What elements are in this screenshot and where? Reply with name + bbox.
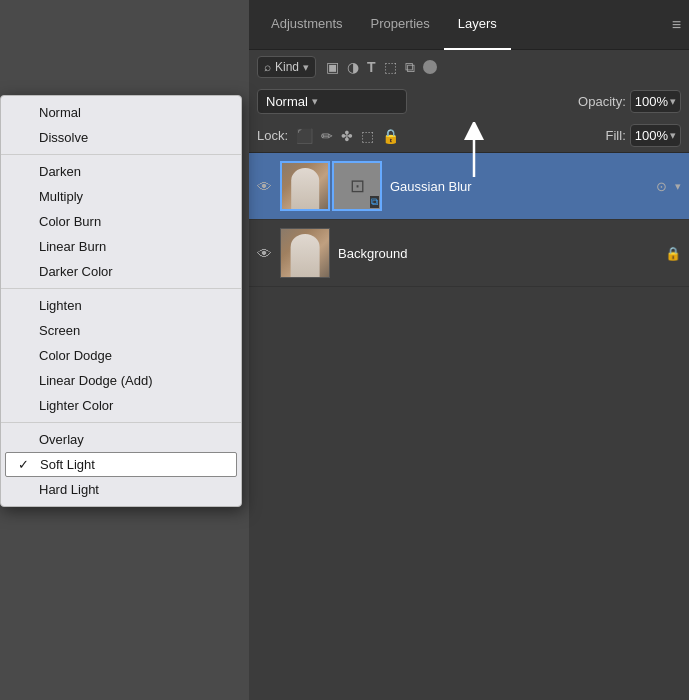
lock-row: Lock: ⬛ ✏ ✤ ⬚ 🔒 Fill: 100% ▾: [249, 119, 689, 153]
background-thumbnail-wrap: [280, 228, 330, 278]
layer-item-gaussian-blur[interactable]: 👁 ⊡ ⧉ Gaussian Blur ⊙ ▾: [249, 153, 689, 220]
tab-adjustments[interactable]: Adjustments: [257, 0, 357, 50]
blend-option-multiply[interactable]: Multiply: [1, 184, 241, 209]
blend-group-lighten: Lighten Screen Color Dodge Linear Dodge …: [1, 289, 241, 423]
lock-position-icon[interactable]: ✤: [341, 128, 353, 144]
blend-mode-dropdown: Normal Dissolve Darken Multiply Color Bu…: [0, 95, 242, 507]
kind-chevron-icon: ▾: [303, 61, 309, 74]
fill-value[interactable]: 100%: [635, 128, 668, 143]
lock-image-icon[interactable]: ✏: [321, 128, 333, 144]
layer-link-icon-gaussian[interactable]: ⊙: [656, 179, 667, 194]
background-thumb: [280, 228, 330, 278]
blend-group-overlay: Overlay ✓ Soft Light Hard Light: [1, 423, 241, 506]
opacity-chevron-icon[interactable]: ▾: [670, 95, 676, 108]
search-icon: ⌕: [264, 60, 271, 74]
blend-option-overlay[interactable]: Overlay: [1, 427, 241, 452]
blend-option-linear-dodge[interactable]: Linear Dodge (Add): [1, 368, 241, 393]
blend-option-soft-light[interactable]: ✓ Soft Light: [5, 452, 237, 477]
fill-group: Fill: 100% ▾: [606, 124, 681, 147]
shape-filter-icon[interactable]: ⬚: [384, 59, 397, 75]
blend-chevron-icon: ▾: [312, 95, 318, 108]
text-filter-icon[interactable]: T: [367, 59, 376, 75]
layers-panel: Adjustments Properties Layers ≡ ⌕ Kind ▾…: [249, 0, 689, 700]
blend-mode-button[interactable]: Normal ▾: [257, 89, 407, 114]
layer-name-background: Background: [338, 246, 657, 261]
gaussian-thumbnails: ⊡ ⧉: [280, 161, 382, 211]
blend-option-lighter-color[interactable]: Lighter Color: [1, 393, 241, 418]
layer-name-gaussian: Gaussian Blur: [390, 179, 648, 194]
kind-filter-dropdown[interactable]: ⌕ Kind ▾: [257, 56, 316, 78]
visibility-icon-background[interactable]: 👁: [257, 245, 272, 262]
opacity-value[interactable]: 100%: [635, 94, 668, 109]
blend-option-color-burn[interactable]: Color Burn: [1, 209, 241, 234]
fill-label: Fill:: [606, 128, 626, 143]
lock-all-icon[interactable]: 🔒: [382, 128, 399, 144]
gaussian-main-thumb: [280, 161, 330, 211]
layer-expand-icon-gaussian[interactable]: ▾: [675, 180, 681, 193]
opacity-group: Opacity: 100% ▾: [578, 90, 681, 113]
blend-option-color-dodge[interactable]: Color Dodge: [1, 343, 241, 368]
adjustment-filter-icon[interactable]: ◑: [347, 59, 359, 75]
image-filter-icon[interactable]: ▣: [326, 59, 339, 75]
check-soft-light: ✓: [18, 457, 32, 472]
layer-lock-icon-background: 🔒: [665, 246, 681, 261]
smart-filter-icon[interactable]: ⧉: [405, 59, 415, 76]
blend-option-hard-light[interactable]: Hard Light: [1, 477, 241, 502]
gaussian-mask-thumb: ⊡ ⧉: [332, 161, 382, 211]
lock-label: Lock:: [257, 128, 288, 143]
filter-toggle[interactable]: [423, 60, 437, 74]
panel-menu-icon[interactable]: ≡: [672, 16, 681, 34]
blend-option-normal[interactable]: Normal: [1, 100, 241, 125]
filter-row: ⌕ Kind ▾ ▣ ◑ T ⬚ ⧉: [249, 50, 689, 84]
blend-opacity-row: Normal ▾ Opacity: 100% ▾: [249, 84, 689, 119]
visibility-icon-gaussian[interactable]: 👁: [257, 178, 272, 195]
tab-bar: Adjustments Properties Layers ≡: [249, 0, 689, 50]
filter-icons-group: ▣ ◑ T ⬚ ⧉: [326, 59, 437, 76]
blend-option-darker-color[interactable]: Darker Color: [1, 259, 241, 284]
lock-icons-group: ⬛ ✏ ✤ ⬚ 🔒: [296, 128, 399, 144]
tab-properties[interactable]: Properties: [357, 0, 444, 50]
tab-layers[interactable]: Layers: [444, 0, 511, 50]
blend-option-dissolve[interactable]: Dissolve: [1, 125, 241, 150]
blend-group-normal: Normal Dissolve: [1, 96, 241, 155]
blend-option-lighten[interactable]: Lighten: [1, 293, 241, 318]
blend-option-linear-burn[interactable]: Linear Burn: [1, 234, 241, 259]
blend-option-screen[interactable]: Screen: [1, 318, 241, 343]
smart-object-badge: ⧉: [370, 196, 379, 208]
lock-artboard-icon[interactable]: ⬚: [361, 128, 374, 144]
fill-chevron-icon[interactable]: ▾: [670, 129, 676, 142]
lock-pixels-icon[interactable]: ⬛: [296, 128, 313, 144]
layer-item-background[interactable]: 👁 Background 🔒: [249, 220, 689, 287]
blend-group-darken: Darken Multiply Color Burn Linear Burn D…: [1, 155, 241, 289]
blend-option-darken[interactable]: Darken: [1, 159, 241, 184]
opacity-label: Opacity:: [578, 94, 626, 109]
layers-list: 👁 ⊡ ⧉ Gaussian Blur ⊙ ▾ 👁: [249, 153, 689, 700]
